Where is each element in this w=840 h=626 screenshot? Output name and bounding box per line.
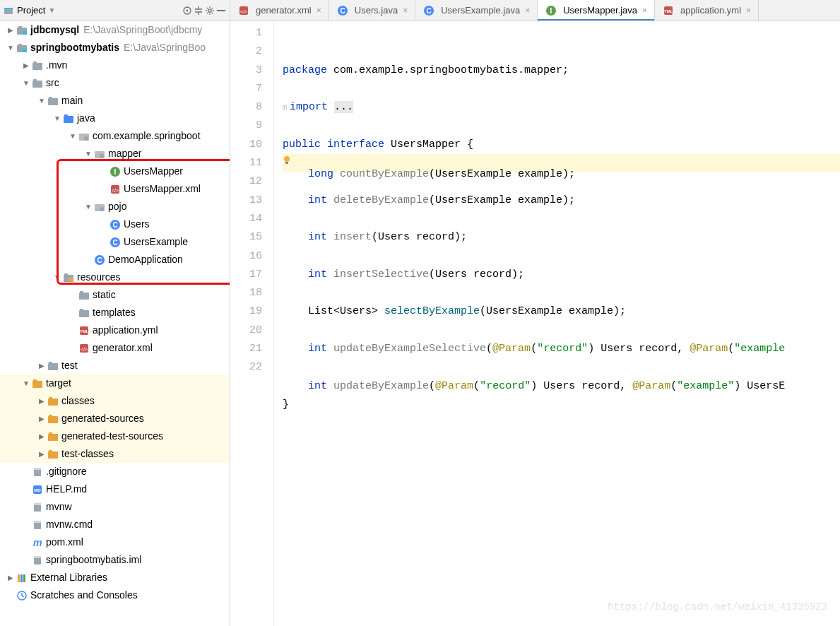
tree-item-static[interactable]: static (0, 286, 230, 304)
tree-item-label: templates (93, 304, 136, 321)
close-icon[interactable]: × (317, 6, 321, 16)
tree-arrow[interactable]: ▼ (37, 92, 47, 110)
tree-item-usersexample[interactable]: CUsersExample (0, 233, 230, 251)
code-line[interactable] (283, 210, 840, 228)
tree-item-jdbcmysql[interactable]: ▶jdbcmysqlE:\Java\SpringBoot\jdbcmy (0, 21, 230, 39)
bulb-icon[interactable] (281, 154, 292, 165)
tree-item-generated-test-sources[interactable]: ▶generated-test-sources (0, 427, 230, 445)
code-line[interactable]: int updateByExampleSelective(@Param("rec… (283, 340, 840, 358)
tree-item-pojo[interactable]: ▼pojo (0, 198, 230, 215)
tree-item-templates[interactable]: templates (0, 304, 230, 321)
svg-text:</>: </> (112, 188, 119, 193)
tree-arrow[interactable]: ▼ (68, 127, 78, 145)
project-tree[interactable]: ▶jdbcmysqlE:\Java\SpringBoot\jdbcmy▼spri… (0, 21, 230, 626)
tree-item-usersmapper[interactable]: IUsersMapper (0, 163, 230, 180)
locate-icon[interactable] (182, 5, 193, 16)
tree-item-generated-sources[interactable]: ▶generated-sources (0, 410, 230, 427)
code-line[interactable]: int updateByExample(@Param("record") Use… (283, 377, 840, 396)
tree-item-label: java (77, 110, 95, 127)
sidebar-title[interactable]: Project ▼ (14, 4, 58, 17)
code-line[interactable] (283, 247, 840, 266)
code-line[interactable]: } (283, 396, 840, 414)
code-line[interactable]: List<Users> selectByExample(UsersExample… (283, 302, 840, 321)
tree-arrow[interactable]: ▶ (37, 445, 47, 463)
code-content[interactable]: package com.example.springbootmybatis.ma… (274, 21, 840, 626)
tree-item-main[interactable]: ▼main (0, 92, 230, 110)
code-line[interactable] (283, 80, 840, 98)
tab-application-yml[interactable]: YMLapplication.yml× (655, 0, 759, 20)
code-line[interactable] (283, 117, 840, 135)
tree-item-com-example-springboot[interactable]: ▼com.example.springboot (0, 127, 230, 145)
tree-item-target[interactable]: ▼target (0, 374, 230, 392)
tree-item-classes[interactable]: ▶classes (0, 392, 230, 410)
tree-item-java[interactable]: ▼java (0, 110, 230, 127)
close-icon[interactable]: × (403, 6, 408, 16)
tree-arrow[interactable]: ▶ (6, 21, 16, 39)
tab-users-java[interactable]: CUsers.java× (329, 0, 415, 20)
tree-item--gitignore[interactable]: .gitignore (0, 463, 230, 480)
tree-item-mvnw-cmd[interactable]: mvnw.cmd (0, 516, 230, 533)
line-number: 8 (230, 98, 262, 117)
tree-item-scratches-and-consoles[interactable]: Scratches and Consoles (0, 586, 230, 604)
tree-item-test[interactable]: ▶test (0, 357, 230, 374)
code-line[interactable] (283, 358, 840, 377)
svg-point-84 (284, 156, 290, 162)
code-line[interactable]: ⊞import ... (283, 98, 840, 117)
tree-arrow[interactable]: ▼ (52, 268, 62, 286)
tree-arrow[interactable]: ▼ (21, 374, 31, 392)
close-icon[interactable]: × (746, 6, 751, 16)
svg-text:C: C (112, 239, 117, 247)
code-line[interactable] (283, 321, 840, 340)
close-icon[interactable]: × (525, 6, 530, 16)
code-line[interactable]: int deleteByExample(UsersExample example… (283, 191, 840, 210)
code-line[interactable] (283, 284, 840, 302)
tab-usersexample-java[interactable]: CUsersExample.java× (415, 0, 538, 20)
tree-arrow[interactable]: ▼ (21, 74, 31, 92)
tree-item-label: UsersMapper (124, 163, 183, 180)
tab-usersmapper-java[interactable]: IUsersMapper.java× (538, 0, 655, 20)
tree-arrow[interactable]: ▶ (37, 392, 47, 410)
tree-arrow[interactable]: ▶ (6, 569, 16, 586)
tree-item-label: test-classes (61, 445, 114, 463)
tree-arrow[interactable]: ▼ (52, 110, 62, 127)
tree-arrow[interactable]: ▶ (37, 357, 47, 374)
tree-item-label: HELP.md (46, 480, 87, 498)
tree-item-mapper[interactable]: ▼mapper (0, 145, 230, 163)
tree-item-test-classes[interactable]: ▶test-classes (0, 445, 230, 463)
code-line[interactable]: public interface UsersMapper { (283, 136, 840, 154)
collapse-icon[interactable] (193, 5, 204, 16)
hide-icon[interactable] (215, 5, 227, 16)
tree-item-resources[interactable]: ▼resources (0, 268, 230, 286)
tree-item-help-md[interactable]: MDHELP.md (0, 480, 230, 498)
code-editor[interactable]: 12378910111213141516171819202122 package… (230, 21, 840, 626)
tree-arrow[interactable]: ▶ (21, 57, 31, 74)
code-line[interactable]: int insertSelective(Users record); (283, 266, 840, 284)
tree-arrow[interactable]: ▶ (37, 410, 47, 427)
tree-item-usersmapper-xml[interactable]: </>UsersMapper.xml (0, 180, 230, 198)
tree-item-label: jdbcmysql (30, 21, 79, 39)
tree-item-external-libraries[interactable]: ▶External Libraries (0, 569, 230, 586)
package-icon (93, 148, 106, 160)
tree-item-users[interactable]: CUsers (0, 215, 230, 233)
tree-item-src[interactable]: ▼src (0, 74, 230, 92)
folder-target-icon (47, 395, 59, 408)
tree-arrow[interactable]: ▶ (37, 427, 47, 445)
tree-item--mvn[interactable]: ▶.mvn (0, 57, 230, 74)
tree-item-pom-xml[interactable]: mpom.xml (0, 533, 230, 551)
code-line[interactable]: int insert(Users record); (283, 228, 840, 247)
code-line[interactable]: long countByExample(UsersExample example… (283, 154, 840, 172)
tree-arrow[interactable]: ▼ (83, 145, 93, 163)
svg-rect-71 (20, 574, 23, 582)
close-icon[interactable]: × (642, 6, 647, 16)
tree-item-mvnw[interactable]: mvnw (0, 498, 230, 516)
gear-icon[interactable] (204, 5, 215, 16)
code-line[interactable]: package com.example.springbootmybatis.ma… (283, 61, 840, 80)
tree-arrow[interactable]: ▼ (83, 198, 93, 215)
tree-item-application-yml[interactable]: YMLapplication.yml (0, 321, 230, 339)
tab-generator-xml[interactable]: </>generator.xml× (230, 0, 329, 20)
tree-item-generator-xml[interactable]: </>generator.xml (0, 339, 230, 357)
tree-item-springbootmybatis[interactable]: ▼springbootmybatisE:\Java\SpringBoo (0, 39, 230, 57)
tree-item-demoapplication[interactable]: CDemoApplication (0, 251, 230, 268)
tree-item-springbootmybatis-iml[interactable]: springbootmybatis.iml (0, 551, 230, 569)
tree-arrow[interactable]: ▼ (6, 39, 16, 57)
